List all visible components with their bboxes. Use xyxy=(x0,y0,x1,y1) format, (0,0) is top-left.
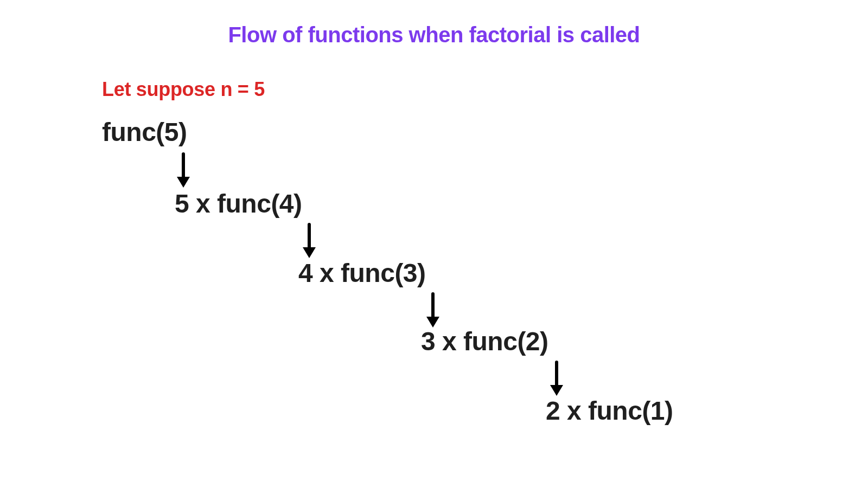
diagram-title: Flow of functions when factorial is call… xyxy=(0,23,868,47)
svg-marker-5 xyxy=(426,317,439,328)
suppose-text: Let suppose n = 5 xyxy=(102,78,265,101)
arrow-down-icon xyxy=(423,292,443,330)
arrow-down-icon xyxy=(299,222,319,260)
arrow-down-icon xyxy=(174,152,193,190)
svg-marker-1 xyxy=(177,177,190,188)
step-5xfunc4: 5 x func(4) xyxy=(175,189,302,219)
step-3xfunc2: 3 x func(2) xyxy=(421,326,548,356)
svg-marker-3 xyxy=(303,247,316,258)
arrow-down-icon xyxy=(547,360,566,398)
svg-marker-7 xyxy=(550,385,563,396)
step-func5: func(5) xyxy=(102,117,187,147)
step-4xfunc3: 4 x func(3) xyxy=(298,258,426,288)
step-2xfunc1: 2 x func(1) xyxy=(546,396,673,426)
